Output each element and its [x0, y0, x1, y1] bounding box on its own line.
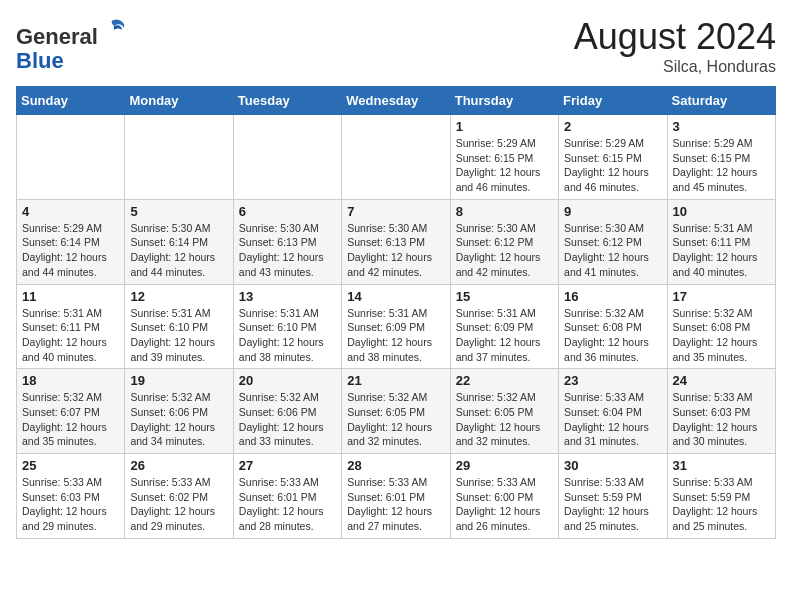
- calendar-cell: [342, 115, 450, 200]
- day-number: 17: [673, 289, 770, 304]
- calendar-cell: 27Sunrise: 5:33 AM Sunset: 6:01 PM Dayli…: [233, 454, 341, 539]
- logo-general: General: [16, 24, 98, 49]
- day-number: 10: [673, 204, 770, 219]
- calendar-cell: 14Sunrise: 5:31 AM Sunset: 6:09 PM Dayli…: [342, 284, 450, 369]
- day-number: 31: [673, 458, 770, 473]
- day-number: 8: [456, 204, 553, 219]
- day-number: 20: [239, 373, 336, 388]
- calendar-week-row: 11Sunrise: 5:31 AM Sunset: 6:11 PM Dayli…: [17, 284, 776, 369]
- day-number: 7: [347, 204, 444, 219]
- logo-blue: Blue: [16, 48, 64, 73]
- calendar-cell: 30Sunrise: 5:33 AM Sunset: 5:59 PM Dayli…: [559, 454, 667, 539]
- day-number: 26: [130, 458, 227, 473]
- calendar-week-row: 4Sunrise: 5:29 AM Sunset: 6:14 PM Daylig…: [17, 199, 776, 284]
- day-number: 15: [456, 289, 553, 304]
- weekday-header-saturday: Saturday: [667, 87, 775, 115]
- day-number: 30: [564, 458, 661, 473]
- day-info: Sunrise: 5:33 AM Sunset: 5:59 PM Dayligh…: [564, 475, 661, 534]
- day-number: 28: [347, 458, 444, 473]
- day-info: Sunrise: 5:33 AM Sunset: 6:02 PM Dayligh…: [130, 475, 227, 534]
- day-number: 14: [347, 289, 444, 304]
- day-number: 24: [673, 373, 770, 388]
- day-info: Sunrise: 5:33 AM Sunset: 6:01 PM Dayligh…: [239, 475, 336, 534]
- day-number: 3: [673, 119, 770, 134]
- calendar-cell: 4Sunrise: 5:29 AM Sunset: 6:14 PM Daylig…: [17, 199, 125, 284]
- day-number: 6: [239, 204, 336, 219]
- calendar-cell: 7Sunrise: 5:30 AM Sunset: 6:13 PM Daylig…: [342, 199, 450, 284]
- day-number: 16: [564, 289, 661, 304]
- day-info: Sunrise: 5:31 AM Sunset: 6:11 PM Dayligh…: [673, 221, 770, 280]
- day-info: Sunrise: 5:30 AM Sunset: 6:14 PM Dayligh…: [130, 221, 227, 280]
- day-info: Sunrise: 5:30 AM Sunset: 6:13 PM Dayligh…: [347, 221, 444, 280]
- logo: General Blue: [16, 16, 128, 73]
- calendar-cell: 9Sunrise: 5:30 AM Sunset: 6:12 PM Daylig…: [559, 199, 667, 284]
- day-info: Sunrise: 5:32 AM Sunset: 6:06 PM Dayligh…: [239, 390, 336, 449]
- day-number: 22: [456, 373, 553, 388]
- calendar-cell: 1Sunrise: 5:29 AM Sunset: 6:15 PM Daylig…: [450, 115, 558, 200]
- day-number: 25: [22, 458, 119, 473]
- calendar-cell: 13Sunrise: 5:31 AM Sunset: 6:10 PM Dayli…: [233, 284, 341, 369]
- weekday-header-row: SundayMondayTuesdayWednesdayThursdayFrid…: [17, 87, 776, 115]
- day-info: Sunrise: 5:29 AM Sunset: 6:15 PM Dayligh…: [456, 136, 553, 195]
- day-number: 5: [130, 204, 227, 219]
- calendar-cell: [125, 115, 233, 200]
- weekday-header-thursday: Thursday: [450, 87, 558, 115]
- day-info: Sunrise: 5:33 AM Sunset: 6:03 PM Dayligh…: [22, 475, 119, 534]
- day-number: 12: [130, 289, 227, 304]
- location-subtitle: Silca, Honduras: [574, 58, 776, 76]
- day-number: 11: [22, 289, 119, 304]
- weekday-header-friday: Friday: [559, 87, 667, 115]
- calendar-cell: 22Sunrise: 5:32 AM Sunset: 6:05 PM Dayli…: [450, 369, 558, 454]
- weekday-header-sunday: Sunday: [17, 87, 125, 115]
- day-info: Sunrise: 5:30 AM Sunset: 6:12 PM Dayligh…: [564, 221, 661, 280]
- day-info: Sunrise: 5:31 AM Sunset: 6:09 PM Dayligh…: [347, 306, 444, 365]
- calendar-cell: 15Sunrise: 5:31 AM Sunset: 6:09 PM Dayli…: [450, 284, 558, 369]
- calendar-cell: 17Sunrise: 5:32 AM Sunset: 6:08 PM Dayli…: [667, 284, 775, 369]
- day-number: 23: [564, 373, 661, 388]
- calendar-week-row: 1Sunrise: 5:29 AM Sunset: 6:15 PM Daylig…: [17, 115, 776, 200]
- day-info: Sunrise: 5:32 AM Sunset: 6:05 PM Dayligh…: [347, 390, 444, 449]
- calendar-cell: 10Sunrise: 5:31 AM Sunset: 6:11 PM Dayli…: [667, 199, 775, 284]
- day-number: 29: [456, 458, 553, 473]
- day-info: Sunrise: 5:29 AM Sunset: 6:15 PM Dayligh…: [673, 136, 770, 195]
- day-info: Sunrise: 5:33 AM Sunset: 6:01 PM Dayligh…: [347, 475, 444, 534]
- calendar-cell: [17, 115, 125, 200]
- day-number: 1: [456, 119, 553, 134]
- calendar-cell: 28Sunrise: 5:33 AM Sunset: 6:01 PM Dayli…: [342, 454, 450, 539]
- calendar-cell: 3Sunrise: 5:29 AM Sunset: 6:15 PM Daylig…: [667, 115, 775, 200]
- logo-bird-icon: [100, 16, 128, 44]
- calendar-cell: [233, 115, 341, 200]
- calendar-cell: 21Sunrise: 5:32 AM Sunset: 6:05 PM Dayli…: [342, 369, 450, 454]
- day-info: Sunrise: 5:33 AM Sunset: 5:59 PM Dayligh…: [673, 475, 770, 534]
- weekday-header-monday: Monday: [125, 87, 233, 115]
- month-year-title: August 2024: [574, 16, 776, 58]
- day-info: Sunrise: 5:32 AM Sunset: 6:07 PM Dayligh…: [22, 390, 119, 449]
- day-info: Sunrise: 5:30 AM Sunset: 6:13 PM Dayligh…: [239, 221, 336, 280]
- day-info: Sunrise: 5:32 AM Sunset: 6:06 PM Dayligh…: [130, 390, 227, 449]
- calendar-cell: 20Sunrise: 5:32 AM Sunset: 6:06 PM Dayli…: [233, 369, 341, 454]
- day-number: 13: [239, 289, 336, 304]
- calendar-cell: 26Sunrise: 5:33 AM Sunset: 6:02 PM Dayli…: [125, 454, 233, 539]
- day-info: Sunrise: 5:33 AM Sunset: 6:04 PM Dayligh…: [564, 390, 661, 449]
- day-number: 19: [130, 373, 227, 388]
- day-info: Sunrise: 5:32 AM Sunset: 6:08 PM Dayligh…: [673, 306, 770, 365]
- day-info: Sunrise: 5:31 AM Sunset: 6:10 PM Dayligh…: [130, 306, 227, 365]
- day-info: Sunrise: 5:29 AM Sunset: 6:15 PM Dayligh…: [564, 136, 661, 195]
- day-number: 4: [22, 204, 119, 219]
- calendar-cell: 5Sunrise: 5:30 AM Sunset: 6:14 PM Daylig…: [125, 199, 233, 284]
- title-block: August 2024 Silca, Honduras: [574, 16, 776, 76]
- day-info: Sunrise: 5:33 AM Sunset: 6:00 PM Dayligh…: [456, 475, 553, 534]
- day-info: Sunrise: 5:31 AM Sunset: 6:09 PM Dayligh…: [456, 306, 553, 365]
- calendar-cell: 16Sunrise: 5:32 AM Sunset: 6:08 PM Dayli…: [559, 284, 667, 369]
- day-number: 9: [564, 204, 661, 219]
- day-info: Sunrise: 5:32 AM Sunset: 6:08 PM Dayligh…: [564, 306, 661, 365]
- day-number: 18: [22, 373, 119, 388]
- weekday-header-wednesday: Wednesday: [342, 87, 450, 115]
- calendar-cell: 11Sunrise: 5:31 AM Sunset: 6:11 PM Dayli…: [17, 284, 125, 369]
- day-number: 27: [239, 458, 336, 473]
- weekday-header-tuesday: Tuesday: [233, 87, 341, 115]
- day-number: 2: [564, 119, 661, 134]
- day-number: 21: [347, 373, 444, 388]
- calendar-cell: 24Sunrise: 5:33 AM Sunset: 6:03 PM Dayli…: [667, 369, 775, 454]
- calendar-week-row: 25Sunrise: 5:33 AM Sunset: 6:03 PM Dayli…: [17, 454, 776, 539]
